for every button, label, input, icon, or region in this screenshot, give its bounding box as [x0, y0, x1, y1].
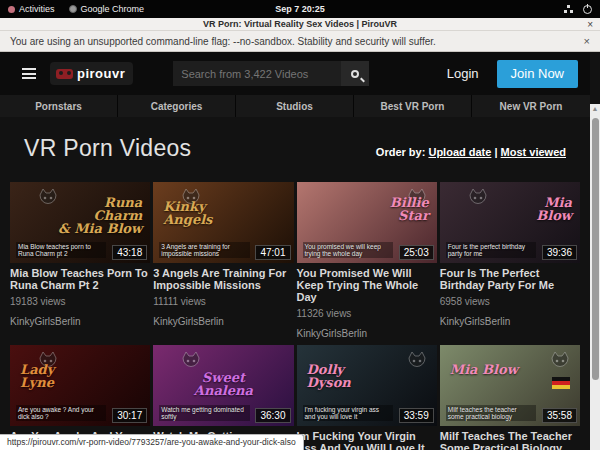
duration-badge: 43:18 [112, 245, 147, 260]
app-menu-button[interactable]: Google Chrome [69, 4, 145, 14]
studio-watermark-icon [405, 349, 429, 373]
studio-watermark-icon [548, 349, 572, 373]
thumb-caption: Mia Blow teaches porn to Runa Charm pt 2 [16, 242, 106, 258]
thumb-overlay-name: Mia Blow [450, 363, 518, 376]
nav-item-best-vr[interactable]: Best VR Porn [354, 95, 472, 117]
video-studio-link[interactable]: KinkyGirlsBerlin [10, 316, 150, 327]
thumb-caption: You promised we will keep trying the who… [303, 242, 393, 258]
video-thumbnail[interactable]: Dolly Dyson I'm fucking your virgin ass … [297, 345, 437, 426]
join-now-button[interactable]: Join Now [497, 60, 578, 88]
video-studio-link[interactable]: KinkyGirlsBerlin [153, 316, 293, 327]
thumb-caption: Are you awake ? And your dick also ? [16, 405, 106, 421]
search-icon [351, 70, 359, 78]
duration-badge: 35:58 [542, 408, 577, 423]
window-title: VR Porn: Virtual Reality Sex Videos | Pi… [203, 19, 397, 29]
thumb-caption: Milf teaches the teacher some practical … [446, 405, 536, 421]
thumb-overlay-name: Sweet Analena [153, 371, 293, 397]
nav-item-categories[interactable]: Categories [118, 95, 236, 117]
video-title[interactable]: Mia Blow Teaches Porn To Runa Charm Pt 2 [10, 267, 150, 291]
network-icon[interactable] [564, 5, 573, 13]
thumb-overlay-name: Mia Blow [536, 196, 572, 222]
video-title[interactable]: Im Fucking Your Virgin Ass And You Will … [297, 430, 437, 450]
video-thumbnail[interactable]: Sweet Analena Watch me getting dominated… [153, 345, 293, 426]
login-link[interactable]: Login [447, 66, 479, 81]
video-card[interactable]: Runa Charm & Mia Blow Mia Blow teaches p… [10, 182, 150, 339]
thumb-caption: 3 Angels are training for impossible mis… [159, 242, 249, 258]
video-studio-link[interactable]: KinkyGirlsBerlin [440, 316, 580, 327]
thumb-caption: Four is the perfect birthday party for m… [446, 242, 536, 258]
video-card[interactable]: Billie Star You promised we will keep tr… [297, 182, 437, 339]
german-flag-icon [552, 377, 570, 389]
browser-viewport: pirouvr Login Join Now Pornstars Categor… [0, 52, 600, 450]
duration-badge: 47:01 [255, 245, 290, 260]
search-input[interactable] [173, 61, 341, 86]
site-logo[interactable]: pirouvr [50, 62, 133, 85]
video-grid: Runa Charm & Mia Blow Mia Blow teaches p… [0, 162, 590, 450]
activities-icon [8, 6, 15, 13]
video-thumbnail[interactable]: Runa Charm & Mia Blow Mia Blow teaches p… [10, 182, 150, 263]
video-title[interactable]: You Promised We Will Keep Trying The Who… [297, 267, 437, 303]
thumb-overlay-name: Lady Lyne [20, 363, 54, 389]
infobar-message: You are using an unsupported command-lin… [10, 36, 436, 47]
video-card[interactable]: Kinky Angels 3 Angels are training for i… [153, 182, 293, 339]
video-thumbnail[interactable]: Billie Star You promised we will keep tr… [297, 182, 437, 263]
thumb-overlay-name: Runa Charm & Mia Blow [58, 196, 142, 235]
app-menu-label: Google Chrome [81, 4, 145, 14]
studio-watermark-icon [466, 186, 490, 210]
scrollbar-thumb[interactable] [592, 118, 599, 380]
power-icon[interactable] [583, 5, 592, 14]
studio-watermark-icon [36, 186, 60, 210]
thumb-overlay-name: Dolly Dyson [307, 363, 351, 389]
video-thumbnail[interactable]: Kinky Angels 3 Angels are training for i… [153, 182, 293, 263]
video-studio-link[interactable]: KinkyGirlsBerlin [297, 328, 437, 339]
video-thumbnail[interactable]: Mia Blow Milf teaches the teacher some p… [440, 345, 580, 426]
status-url-bubble: https://pirouvr.com/vr-porn-video/779325… [0, 434, 304, 450]
video-title[interactable]: Four Is The Perfect Birthday Party For M… [440, 267, 580, 291]
nav-item-new-vr[interactable]: New VR Porn [472, 95, 590, 117]
nav-item-studios[interactable]: Studios [236, 95, 354, 117]
video-card[interactable]: Dolly Dyson I'm fucking your virgin ass … [297, 345, 437, 450]
page-scrollbar[interactable]: ▲ ▼ [590, 104, 600, 450]
order-upload-date-link[interactable]: Upload date [428, 146, 491, 158]
chrome-infobar: You are using an unsupported command-lin… [0, 31, 600, 52]
vr-goggles-icon [56, 69, 73, 79]
search-button[interactable] [341, 61, 369, 86]
video-views: 19183 views [10, 296, 150, 307]
activities-button[interactable]: Activities [8, 4, 55, 14]
video-views: 6958 views [440, 296, 580, 307]
video-thumbnail[interactable]: Lady Lyne Are you awake ? And your dick … [10, 345, 150, 426]
logo-text: pirouvr [77, 66, 125, 81]
order-most-viewed-link[interactable]: Most viewed [501, 146, 566, 158]
video-views: 11326 views [297, 308, 437, 319]
video-title[interactable]: 3 Angels Are Training For Impossible Mis… [153, 267, 293, 291]
video-views: 11111 views [153, 296, 293, 307]
video-card[interactable]: Mia Blow Milf teaches the teacher some p… [440, 345, 580, 450]
duration-badge: 33:59 [399, 408, 434, 423]
main-nav: Pornstars Categories Studios Best VR Por… [0, 95, 590, 117]
thumb-caption: Watch me getting dominated softly [159, 405, 249, 421]
nav-item-pornstars[interactable]: Pornstars [0, 95, 118, 117]
thumb-caption: I'm fucking your virgin ass and you will… [303, 405, 393, 421]
page-title: VR Porn Videos [24, 135, 191, 162]
video-thumbnail[interactable]: Mia Blow Four is the perfect birthday pa… [440, 182, 580, 263]
system-top-bar: Activities Google Chrome Sep 7 20:25 [0, 0, 600, 18]
order-separator: | [491, 146, 500, 158]
activities-label: Activities [19, 4, 55, 14]
order-by-label: Order by: [376, 146, 426, 158]
window-close-icon[interactable]: × [587, 19, 593, 30]
duration-badge: 25:03 [399, 245, 434, 260]
duration-badge: 39:36 [542, 245, 577, 260]
duration-badge: 36:30 [255, 408, 290, 423]
thumb-overlay-name: Kinky Angels [163, 200, 212, 226]
hamburger-menu-icon[interactable] [22, 68, 36, 79]
thumb-overlay-name: Billie Star [390, 196, 429, 222]
infobar-close-icon[interactable]: × [584, 35, 590, 47]
site-header: pirouvr Login Join Now [0, 52, 590, 95]
studio-watermark-icon [179, 349, 203, 373]
video-title[interactable]: Milf Teaches The Teacher Some Practical … [440, 430, 580, 450]
chrome-icon [69, 5, 77, 13]
window-titlebar: VR Porn: Virtual Reality Sex Videos | Pi… [0, 18, 600, 31]
video-card[interactable]: Mia Blow Four is the perfect birthday pa… [440, 182, 580, 339]
scrollbar-up-icon[interactable]: ▲ [590, 104, 600, 114]
order-by: Order by: Upload date | Most viewed [376, 146, 566, 158]
